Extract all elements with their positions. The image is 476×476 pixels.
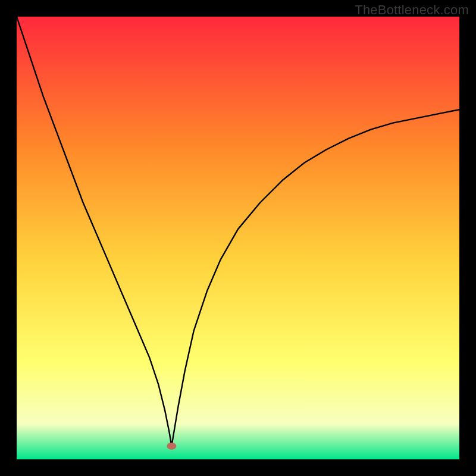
watermark-text: TheBottleneck.com	[355, 2, 469, 18]
chart-svg	[17, 17, 459, 459]
chart-frame: TheBottleneck.com	[0, 0, 476, 476]
gradient-background	[17, 17, 459, 459]
optimal-point-marker	[167, 443, 176, 450]
plot-area	[17, 17, 459, 459]
